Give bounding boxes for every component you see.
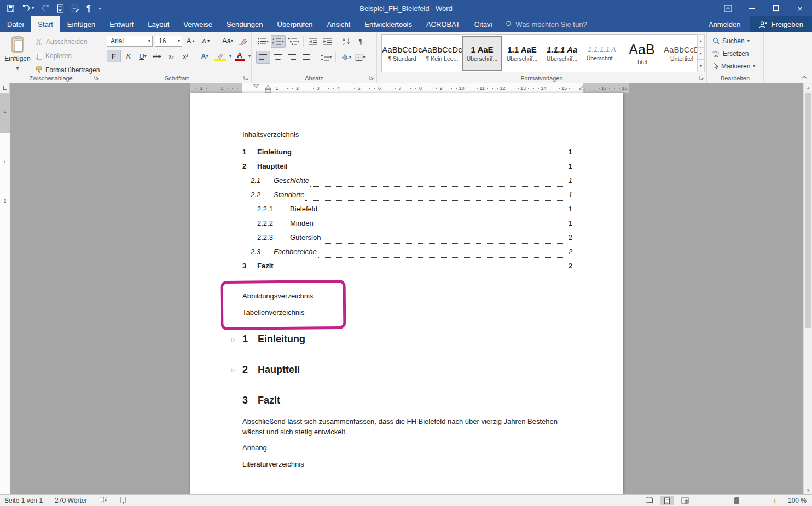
undo-button[interactable]: ▾ bbox=[22, 4, 34, 12]
copy-button[interactable]: Kopieren bbox=[35, 50, 100, 62]
sort-button[interactable]: AZ bbox=[340, 36, 353, 47]
font-size-combo[interactable]: 16 ▾ bbox=[155, 36, 182, 47]
toc-entry[interactable]: 1Einleitung1 bbox=[242, 145, 572, 159]
tab-entwurf[interactable]: Entwurf bbox=[102, 16, 141, 32]
minimize-icon[interactable] bbox=[740, 0, 764, 16]
styles-dialog-launcher[interactable] bbox=[698, 74, 705, 81]
sign-in-button[interactable]: Anmelden bbox=[699, 16, 751, 32]
toc-entry[interactable]: 2Hauptteil1 bbox=[242, 159, 572, 173]
save-icon[interactable] bbox=[7, 4, 15, 13]
close-icon[interactable]: × bbox=[788, 0, 812, 16]
tab-layout[interactable]: Layout bbox=[141, 16, 176, 32]
zoom-slider-thumb[interactable] bbox=[734, 497, 739, 504]
paste-caret-icon[interactable]: ▾ bbox=[16, 64, 19, 72]
tab-verweise[interactable]: Verweise bbox=[176, 16, 219, 32]
collapse-triangle-icon[interactable]: ▷ bbox=[231, 336, 236, 342]
style-item-überschrif[interactable]: 1 AaEÜberschrif... bbox=[462, 36, 502, 71]
tab-einfügen[interactable]: Einfügen bbox=[60, 16, 102, 32]
style-item-titel[interactable]: AaBTitel bbox=[622, 36, 662, 71]
styles-more-icon[interactable]: ▼ bbox=[697, 60, 705, 72]
toc-entry[interactable]: 3Fazit2 bbox=[242, 258, 572, 273]
paragraph-dialog-launcher[interactable] bbox=[368, 74, 375, 81]
font-color-button[interactable]: A ▾ bbox=[233, 50, 246, 62]
font-name-combo[interactable]: Arial ▾ bbox=[107, 36, 153, 47]
style-item-untertitel[interactable]: AaBbCcDUntertitel bbox=[662, 36, 699, 71]
align-right-button[interactable] bbox=[286, 51, 299, 63]
tab-entwicklertools[interactable]: Entwicklertools bbox=[357, 16, 419, 32]
grow-font-button[interactable]: A▲ bbox=[184, 35, 198, 47]
shading-button[interactable]: ▾ bbox=[339, 51, 352, 63]
align-left-button[interactable] bbox=[256, 51, 270, 64]
touch-mode-icon[interactable] bbox=[57, 4, 64, 13]
zoom-out-button[interactable]: − bbox=[697, 496, 702, 505]
zoom-level[interactable]: 100 % bbox=[782, 497, 807, 504]
text-effects-button[interactable]: A▾ bbox=[198, 50, 211, 62]
zoom-in-button[interactable]: + bbox=[772, 496, 778, 505]
collapse-triangle-icon[interactable]: ▷ bbox=[231, 367, 236, 373]
vertical-scrollbar[interactable]: ▲ ▼ bbox=[803, 83, 812, 495]
format-painter-button[interactable]: Format übertragen bbox=[35, 64, 100, 76]
customize-qat-icon[interactable]: ▾ bbox=[99, 6, 101, 11]
italic-button[interactable]: K bbox=[122, 50, 135, 62]
change-case-button[interactable]: Aa▾ bbox=[221, 35, 234, 47]
tell-me-box[interactable]: Was möchten Sie tun? bbox=[499, 16, 593, 32]
toc-entry[interactable]: 2.3Fachbereiche2 bbox=[242, 244, 572, 258]
scrollbar-thumb[interactable] bbox=[805, 93, 811, 328]
save-as-icon[interactable] bbox=[71, 4, 79, 13]
paste-button[interactable]: Einfügen ▾ bbox=[3, 34, 32, 76]
style-item-standard[interactable]: AaBbCcDc¶ Standard bbox=[382, 36, 422, 71]
tab-ansicht[interactable]: Ansicht bbox=[320, 16, 358, 32]
page-indicator[interactable]: Seite 1 von 1 bbox=[4, 497, 43, 504]
proofing-icon[interactable] bbox=[99, 496, 108, 505]
decrease-indent-button[interactable] bbox=[306, 36, 320, 47]
ribbon-display-options-icon[interactable] bbox=[716, 0, 740, 16]
cut-button[interactable]: Ausschneiden bbox=[35, 36, 100, 48]
hanging-indent-marker[interactable] bbox=[265, 85, 271, 93]
collapse-ribbon-icon[interactable] bbox=[801, 73, 808, 81]
subscript-button[interactable]: x₂ bbox=[165, 50, 178, 62]
tab-überprüfen[interactable]: Überprüfen bbox=[270, 16, 320, 32]
tab-acrobat[interactable]: ACROBAT bbox=[419, 16, 467, 32]
toc-entry[interactable]: 2.1Geschichte1 bbox=[242, 173, 572, 187]
style-item-überschrif[interactable]: 1.1.1.1 AÜberschrif... bbox=[582, 36, 622, 71]
shrink-font-button[interactable]: A▼ bbox=[200, 35, 213, 47]
clear-formatting-button[interactable] bbox=[236, 35, 250, 47]
strikethrough-button[interactable]: abc bbox=[150, 50, 164, 62]
show-marks-button[interactable]: ¶ bbox=[354, 36, 367, 47]
horizontal-ruler[interactable]: 211234567891011121314151718 bbox=[190, 83, 629, 93]
styles-scroll-up-icon[interactable]: ▲ bbox=[697, 34, 705, 47]
scroll-down-icon[interactable]: ▼ bbox=[804, 486, 812, 495]
tab-datei[interactable]: Datei bbox=[0, 16, 31, 32]
bold-button[interactable]: F bbox=[107, 50, 121, 62]
justify-button[interactable] bbox=[300, 51, 313, 63]
numbering-button[interactable]: 123 ▾ bbox=[271, 35, 286, 48]
web-layout-view-icon[interactable] bbox=[678, 496, 692, 505]
borders-button[interactable]: ▾ bbox=[353, 51, 367, 63]
tab-selector[interactable] bbox=[0, 83, 10, 94]
style-item-kein-lee[interactable]: AaBbCcDc¶ Kein Lee... bbox=[422, 36, 462, 71]
find-button[interactable]: Suchen ▾ bbox=[707, 34, 763, 47]
pilcrow-icon[interactable]: ¶ bbox=[86, 4, 91, 12]
print-layout-view-icon[interactable] bbox=[660, 496, 674, 505]
first-line-indent-marker[interactable] bbox=[253, 84, 259, 88]
style-item-überschrif[interactable]: 1.1.1 AaÜberschrif... bbox=[542, 36, 582, 71]
replace-button[interactable]: abac Ersetzen bbox=[707, 47, 763, 60]
tab-sendungen[interactable]: Sendungen bbox=[219, 16, 270, 32]
share-button[interactable]: Freigeben bbox=[750, 16, 812, 32]
multilevel-list-button[interactable]: ▾ bbox=[287, 36, 300, 47]
toc-entry[interactable]: 2.2.3Gütersloh2 bbox=[242, 230, 572, 244]
maximize-icon[interactable] bbox=[764, 0, 788, 16]
underline-button[interactable]: U▾ bbox=[136, 50, 149, 62]
superscript-button[interactable]: x² bbox=[179, 50, 192, 62]
styles-scroll-down-icon[interactable]: ▼ bbox=[697, 47, 705, 60]
document-page[interactable]: Inhaltsverzeichnis 1Einleitung12Haupttei… bbox=[190, 93, 623, 495]
style-item-überschrif[interactable]: 1.1 AaEÜberschrif... bbox=[502, 36, 542, 71]
toc-entry[interactable]: 2.2.1Bielefeld1 bbox=[242, 202, 572, 216]
zoom-slider[interactable] bbox=[707, 497, 767, 504]
align-center-button[interactable] bbox=[271, 51, 285, 63]
redo-button[interactable] bbox=[41, 4, 50, 12]
undo-caret-icon[interactable]: ▾ bbox=[32, 6, 34, 10]
clipboard-dialog-launcher[interactable] bbox=[94, 74, 100, 81]
font-dialog-launcher[interactable] bbox=[243, 74, 250, 81]
select-button[interactable]: Markieren ▾ bbox=[707, 60, 763, 72]
